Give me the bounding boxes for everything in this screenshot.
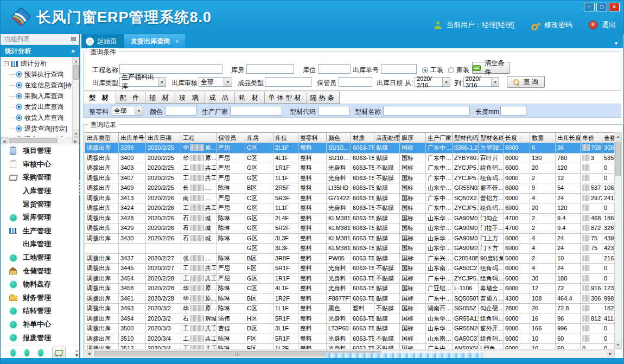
material-tab[interactable]: 单体型材 — [265, 92, 307, 104]
table-row[interactable]: 调拨出库34282020/2/26石城陈琳G区2L4F整料KLM38176063… — [85, 214, 614, 224]
scroll-down-icon[interactable]: ▼ — [73, 130, 79, 137]
table-row[interactable]: 调拨出库34072020/2/25工共工程严思G区1L1F整料光身料6063-T… — [85, 174, 614, 184]
material-tab[interactable]: 成 品 — [205, 92, 235, 104]
outbound-type-select[interactable]: 生产领料出库▼ — [119, 77, 166, 87]
tab-close-icon[interactable]: × — [175, 38, 179, 44]
sidebar-menu-item[interactable]: 项目管理 — [1, 144, 79, 158]
stats-section-header[interactable]: 统计分析 « — [1, 45, 79, 57]
warehouse-input[interactable] — [246, 64, 294, 74]
splitter-grip[interactable] — [79, 181, 80, 197]
tree-root[interactable]: - 统计分析 — [1, 58, 72, 69]
material-tab[interactable]: 配 件 — [116, 92, 145, 104]
maximize-button[interactable]: □ — [596, 3, 607, 11]
tab-strip-dropdown-icon[interactable]: ▼ — [614, 41, 623, 48]
whole-piece-select[interactable]: 全部▼ — [112, 106, 143, 116]
material-tab[interactable]: 辅 材 — [145, 92, 175, 104]
table-row[interactable]: 调拨出库34612020/2/28华原…陈琳B区1R2F整料F8877FT606… — [85, 294, 614, 304]
tab-shipment-outbound-query[interactable]: 发货出库查询 × — [124, 34, 185, 48]
material-tab[interactable]: 耗 材 — [235, 92, 265, 104]
collapse-icon[interactable]: « — [71, 47, 75, 55]
outbound-audit-select[interactable]: 全部▼ — [199, 77, 232, 87]
sidebar-menu-item[interactable]: 仓储管理 — [1, 264, 79, 278]
table-row[interactable]: 调拨出库34452020/2/27工共工程严思F区5R1F整料光身料6063-T… — [85, 264, 614, 274]
table-row[interactable]: 调拨出库34132020/2/26南…严思C区5R3F整料G714226063-… — [85, 194, 614, 204]
sidebar-menu-item[interactable]: 补单中心 — [1, 318, 79, 331]
table-row[interactable]: 调拨出库35002020/3/3工共工程曹佳D区3L1F整料LT3P606063… — [85, 324, 614, 334]
search-button[interactable]: 查 询 — [507, 76, 545, 88]
product-type-input[interactable] — [265, 77, 311, 87]
quick-item-icon[interactable] — [38, 349, 43, 356]
table-row[interactable]: 调拨出库34092020/2/25长…陈琳B区2R5F整料LI35HD6063-… — [85, 183, 614, 194]
table-row[interactable]: 调拨出库34942020/3/2石辉城汤伟H区5R1F整料光身料6063-T5贴… — [85, 314, 614, 324]
sidebar-menu-item[interactable]: 物料盘存 — [1, 278, 79, 291]
clear-conditions-button[interactable]: 清空条件 — [472, 62, 510, 74]
pin-icon[interactable] — [71, 36, 76, 43]
tree-item[interactable]: 发货出库查询 — [1, 101, 72, 112]
sidebar-menu-item[interactable]: 出库管理 — [1, 238, 79, 251]
cart-quick-button[interactable] — [52, 347, 66, 360]
sidebar-menu-item[interactable]: 工地管理 — [1, 251, 79, 265]
scroll-thumb[interactable] — [615, 142, 621, 176]
overflow-chevron-icon[interactable]: »▼ — [74, 349, 79, 357]
table-row[interactable]: 调拨出库34002020/2/25华原…严思C区4L1F整料SU10…6063-… — [85, 154, 614, 164]
scroll-left-icon[interactable]: ◀ — [85, 350, 93, 357]
table-row[interactable]: 调拨出库35102020/3/4工共工程陈琳F区5R1F整料光身料6063-T5… — [85, 334, 614, 344]
minimize-button[interactable]: − — [584, 3, 595, 11]
scroll-down-icon[interactable]: ▼ — [615, 341, 621, 349]
change-password-link[interactable]: 修改密码 — [544, 20, 572, 30]
sidebar-menu-item[interactable]: 结转管理 — [1, 304, 79, 318]
sidebar-menu-item[interactable]: 财务管理 — [1, 291, 79, 305]
tree-scrollbar-vertical[interactable]: ▲ ▼ — [72, 57, 79, 137]
table-row[interactable]: 调拨出库34242020/2/26工共工程严思G区1L1F整料光身料6063-T… — [85, 203, 614, 214]
sidebar-menu-item[interactable]: 采购管理 — [1, 171, 79, 184]
quick-item-icon[interactable] — [24, 349, 30, 356]
table-row[interactable]: 调拨出库34932020/3/2华原…陈琳C区1L1F整料黑色塑料不贴膜国标湖南… — [85, 304, 614, 314]
length-input[interactable] — [500, 106, 526, 116]
radio-jiazhuang[interactable]: 家装 — [448, 66, 469, 75]
sidebar-menu-item[interactable]: 生产管理 — [1, 225, 79, 238]
material-tab[interactable]: 型 材 — [84, 92, 116, 104]
color-input[interactable] — [165, 106, 196, 116]
tree-scrollbar-horizontal[interactable]: ◀ ▶ — [1, 137, 79, 144]
sidebar-menu-item[interactable]: 退库管理 — [1, 211, 79, 225]
outbound-no-input[interactable] — [381, 64, 417, 74]
tree-item[interactable]: 采购入库查询 — [1, 91, 72, 101]
tab-home[interactable]: ⌂ 起始页 — [81, 34, 124, 48]
scroll-left-icon[interactable]: ◀ — [1, 137, 8, 144]
material-tab[interactable]: 玻 璃 — [175, 92, 205, 104]
table-row[interactable]: 调拨出库33992020/2/25华原…严思C区2L1F整料SU10…6063-… — [85, 143, 614, 154]
logout-link[interactable]: 退出 — [602, 20, 616, 30]
expand-icon[interactable]: - — [4, 61, 9, 66]
table-row[interactable]: G区3L3F整料KLM38176063-T5贴膜国标山东华…GA90M09…门下… — [85, 244, 614, 254]
tree-item[interactable]: 收货入库查询 — [1, 112, 72, 123]
sidebar-menu-item[interactable]: 入库管理 — [1, 184, 79, 198]
sidebar-menu-item[interactable]: 退货管理 — [1, 197, 79, 211]
profile-code-input[interactable] — [318, 106, 349, 116]
scroll-up-icon[interactable]: ▲ — [73, 57, 79, 64]
scroll-thumb[interactable] — [9, 138, 58, 143]
scroll-right-icon[interactable]: ▶ — [607, 350, 614, 357]
profile-name-input[interactable] — [383, 106, 470, 116]
scroll-thumb[interactable] — [73, 65, 79, 80]
table-scrollbar-vertical[interactable]: ▲ ▼ — [614, 132, 622, 349]
close-button[interactable]: × — [609, 3, 620, 11]
sidebar-menu-item[interactable]: 报废管理 — [1, 331, 79, 344]
keeper-input[interactable] — [339, 77, 372, 87]
table-row[interactable]: 调拨出库34542020/2/28工共工程严思G区1R1F整料光身料6063-T… — [85, 274, 614, 284]
table-row[interactable]: 调拨出库34302020/2/26石城陈琳G区3L3F整料KLM38176063… — [85, 234, 614, 244]
tree-item[interactable]: 预算执行查询 — [1, 69, 72, 80]
date-to-select[interactable]: 2020/ 3/16▼ — [463, 77, 499, 87]
tree-item[interactable]: 退货查询[待定] — [1, 123, 72, 134]
tree-item[interactable]: 在途信息查询[待 — [1, 80, 72, 91]
table-row[interactable]: 调拨出库35122020/3/4工共工程陈琳F区1L2F整料光身料6063-T5… — [85, 344, 614, 349]
material-tab[interactable]: 隔热条 — [307, 92, 340, 104]
location-input[interactable] — [318, 64, 351, 74]
scroll-right-icon[interactable]: ▶ — [72, 137, 79, 144]
sidebar-menu-item[interactable]: 审核中心 — [1, 158, 79, 171]
manufacturer-input[interactable] — [230, 106, 282, 116]
table-row[interactable]: 调拨出库34032020/2/25工共工程严思G区1R1F整料光身料6063-T… — [85, 163, 614, 174]
table-row[interactable]: 调拨出库34582020/2/28华原…陈琳C区4L1F整料光身料6063-T5… — [85, 284, 614, 294]
tree-item[interactable]: 退库管理[待定] — [1, 134, 72, 137]
scroll-up-icon[interactable]: ▲ — [615, 133, 621, 141]
quick-item-icon[interactable] — [10, 349, 16, 356]
